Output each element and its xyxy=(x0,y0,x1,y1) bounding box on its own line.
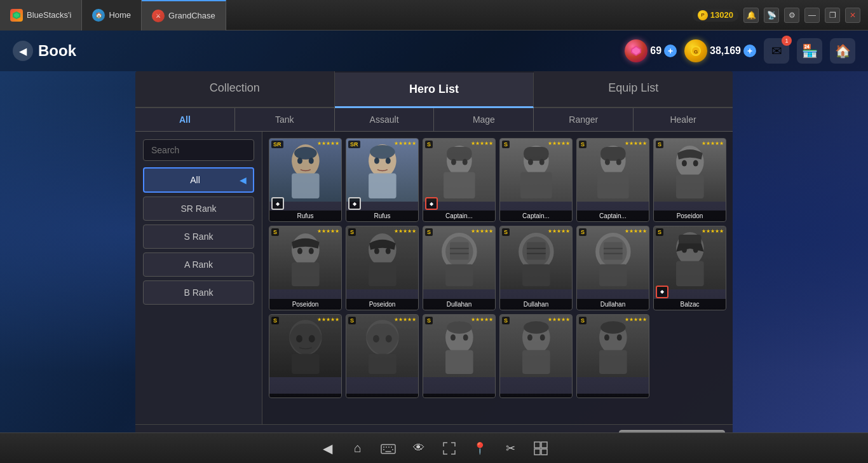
gold-resource: G 38,169 + xyxy=(684,39,756,62)
svg-rect-99 xyxy=(541,442,547,448)
hero-card-row3-5[interactable]: S ★★★★★ xyxy=(576,314,649,398)
filter-mage[interactable]: Mage xyxy=(434,108,534,131)
hero-card-row3-2[interactable]: S ★★★★★ xyxy=(346,314,419,398)
hero-stars: ★★★★★ xyxy=(548,317,570,322)
svg-rect-52 xyxy=(527,242,546,260)
close-btn[interactable]: ✕ xyxy=(845,8,860,23)
hero-name: Poseidon xyxy=(269,299,341,310)
hero-stars: ★★★★★ xyxy=(317,141,339,146)
rank-filter-sr[interactable]: SR Rank xyxy=(143,197,254,221)
hero-rank: S xyxy=(425,228,433,236)
svg-rect-41 xyxy=(369,263,397,287)
svg-rect-101 xyxy=(541,449,547,455)
hero-card-poseidon-1[interactable]: S ★★★★★ Poseidon xyxy=(653,138,726,222)
tab-bar: Collection Hero List Equip List xyxy=(135,71,733,108)
home-button[interactable]: 🏠 xyxy=(830,38,855,64)
add-gem-button[interactable]: + xyxy=(664,45,677,57)
header-bar: ◀ Book 69 + G xyxy=(0,31,868,71)
class-icon: ◆ xyxy=(656,286,668,298)
hero-card-dullahan-3[interactable]: S ★★★★★ Dullahan xyxy=(576,226,649,310)
tab-hero-list[interactable]: Hero List xyxy=(335,73,534,108)
home-nav-button[interactable]: ⌂ xyxy=(349,439,367,457)
hero-card-dullahan-2[interactable]: S ★★★★★ Dullahan xyxy=(499,226,573,310)
svg-point-68 xyxy=(296,335,302,343)
hero-stars: ★★★★★ xyxy=(471,141,493,146)
hero-name: Dullahan xyxy=(423,299,495,310)
svg-point-82 xyxy=(524,321,549,334)
rank-filter-all[interactable]: All ◀ xyxy=(143,167,254,193)
svg-point-25 xyxy=(528,159,533,165)
hero-card-captain-2[interactable]: S ★★★★★ Captain... xyxy=(499,138,573,222)
hero-name: Rufus xyxy=(346,211,418,221)
minimize-btn[interactable]: — xyxy=(804,8,820,23)
svg-point-84 xyxy=(539,335,545,341)
hero-stars: ★★★★★ xyxy=(394,141,416,146)
scissors-button[interactable]: ✂ xyxy=(501,439,519,457)
shop-button[interactable]: 🏪 xyxy=(797,38,822,64)
home-tab[interactable]: 🏠 Home xyxy=(82,0,142,31)
svg-point-15 xyxy=(374,158,379,164)
hero-card-balzac[interactable]: ◆ S ★★★★★ Balzac xyxy=(653,226,726,310)
settings-btn[interactable]: ⚙ xyxy=(784,8,799,23)
hero-image xyxy=(500,139,572,202)
hero-card-rufus-sr-2[interactable]: ◆ SR ★★★★★ Rufus xyxy=(346,138,419,222)
svg-point-77 xyxy=(447,321,472,334)
svg-rect-49 xyxy=(445,265,473,287)
eye-button[interactable]: 👁 xyxy=(410,439,428,457)
hero-rank: SR xyxy=(348,141,360,148)
back-button[interactable]: ◀ Book xyxy=(13,41,76,61)
svg-point-72 xyxy=(373,335,379,343)
mail-button[interactable]: ✉ 1 xyxy=(764,38,789,64)
hero-card-rufus-sr-1[interactable]: ◆ SR ★★★★★ Rufus xyxy=(269,138,342,222)
svg-point-30 xyxy=(605,159,610,165)
svg-rect-29 xyxy=(600,147,626,161)
streaming-btn[interactable]: 📡 xyxy=(764,8,779,23)
filter-tank[interactable]: Tank xyxy=(235,108,335,131)
filter-ranger[interactable]: Ranger xyxy=(534,108,634,131)
hero-stars: ★★★★★ xyxy=(702,228,724,234)
filter-assault[interactable]: Assault xyxy=(335,108,435,131)
svg-rect-19 xyxy=(447,147,472,161)
hero-card-captain-3[interactable]: S ★★★★★ Captain... xyxy=(576,138,649,222)
add-gold-button[interactable]: + xyxy=(743,45,756,57)
hero-card-poseidon-2[interactable]: S ★★★★★ Poseidon xyxy=(269,226,342,310)
sidebar: All ◀ SR Rank S Rank A Rank B Rank xyxy=(135,132,262,424)
notification-btn[interactable]: 🔔 xyxy=(743,8,759,23)
hero-card-row3-4[interactable]: S ★★★★★ xyxy=(499,314,573,398)
hero-card-row3-3[interactable]: S ★★★★★ xyxy=(423,314,496,398)
hero-card-row3-1[interactable]: S ★★★★★ xyxy=(269,314,342,398)
svg-rect-61 xyxy=(599,265,627,287)
hero-name xyxy=(423,394,495,397)
hero-rank: S xyxy=(579,228,587,236)
tab-collection[interactable]: Collection xyxy=(135,71,335,107)
filter-healer[interactable]: Healer xyxy=(634,108,733,131)
rank-filter-b[interactable]: B Rank xyxy=(143,280,254,305)
restore-btn[interactable]: ❐ xyxy=(825,8,840,23)
filter-all[interactable]: All xyxy=(135,108,235,131)
back-nav-button[interactable]: ◀ xyxy=(318,439,336,457)
bluestacks-app[interactable]: BlueStacks'i xyxy=(0,0,82,31)
hero-image xyxy=(577,139,649,202)
hero-card-poseidon-3[interactable]: S ★★★★★ Poseidon xyxy=(346,226,419,310)
hero-rank: S xyxy=(425,141,433,148)
tab-equip-list[interactable]: Equip List xyxy=(534,71,733,107)
game-tab[interactable]: ⚔ GrandChase xyxy=(142,0,226,31)
grid-button[interactable] xyxy=(532,439,550,457)
keyboard-button[interactable] xyxy=(379,439,397,457)
rank-filter-s[interactable]: S Rank xyxy=(143,225,254,249)
search-input[interactable] xyxy=(143,139,254,161)
svg-point-83 xyxy=(527,335,532,341)
hero-card-dullahan-1[interactable]: S ★★★★★ Dullahan xyxy=(423,226,496,310)
rank-filter-a[interactable]: A Rank xyxy=(143,252,254,277)
svg-rect-76 xyxy=(445,350,473,375)
hero-image xyxy=(500,226,572,289)
hero-rank: S xyxy=(656,141,663,148)
resize-button[interactable] xyxy=(440,439,458,457)
hero-card-captain-1[interactable]: ◆ S ★★★★★ Captain... xyxy=(423,138,496,222)
coin-count: 13020 xyxy=(710,10,733,20)
hero-image xyxy=(269,315,341,378)
svg-point-79 xyxy=(463,335,468,341)
svg-point-14 xyxy=(370,145,395,159)
pin-button[interactable]: 📍 xyxy=(471,439,489,457)
svg-point-9 xyxy=(294,147,317,160)
